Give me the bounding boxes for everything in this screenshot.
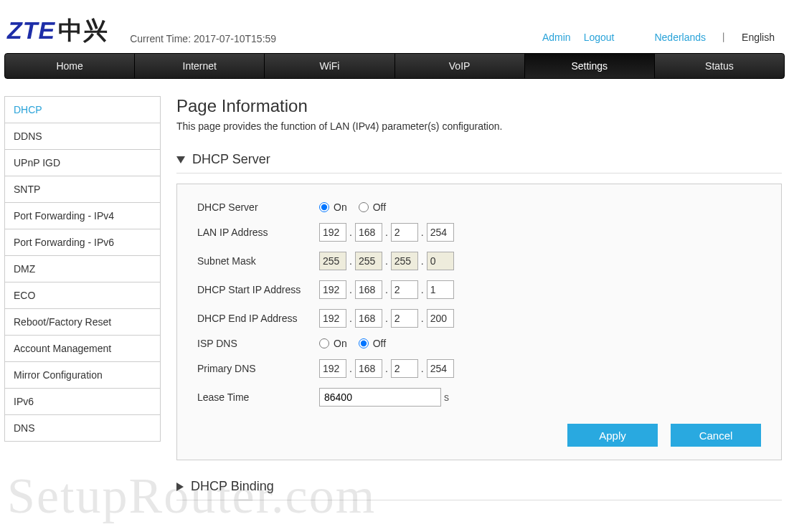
nav-internet[interactable]: Internet [135, 54, 265, 78]
section-dhcp-binding-header[interactable]: DHCP Binding [176, 479, 782, 500]
lan-ip-3[interactable] [391, 223, 418, 242]
sidebar-item-upnp-igd[interactable]: UPnP IGD [5, 150, 160, 176]
start-ip-1[interactable] [319, 280, 346, 299]
primary-dns-2[interactable] [355, 359, 382, 378]
label-start-ip: DHCP Start IP Address [197, 284, 319, 295]
subnet-1[interactable] [319, 252, 346, 270]
label-lease: Lease Time [197, 391, 319, 403]
label-end-ip: DHCP End IP Address [197, 313, 319, 324]
sidebar-item-port-forwarding-ipv4[interactable]: Port Forwarding - IPv4 [5, 203, 160, 229]
primary-dns-1[interactable] [319, 359, 346, 378]
lan-ip-2[interactable] [355, 223, 382, 242]
end-ip-3[interactable] [391, 309, 418, 328]
sidebar-item-port-forwarding-ipv6[interactable]: Port Forwarding - IPv6 [5, 229, 160, 256]
nav-voip[interactable]: VoIP [395, 54, 525, 78]
subnet-2[interactable] [355, 252, 382, 270]
end-ip-2[interactable] [355, 309, 382, 328]
lease-time-input[interactable] [319, 388, 441, 407]
page-description: This page provides the function of LAN (… [176, 120, 782, 132]
label-dhcp-server: DHCP Server [197, 201, 319, 213]
dhcp-server-off-radio[interactable]: Off [359, 201, 386, 213]
sidebar-item-mirror-configuration[interactable]: Mirror Configuration [5, 362, 160, 389]
start-ip-3[interactable] [391, 280, 418, 299]
lan-ip-4[interactable] [427, 223, 454, 242]
end-ip-4[interactable] [427, 309, 454, 328]
admin-link[interactable]: Admin [542, 32, 571, 43]
primary-dns-3[interactable] [391, 359, 418, 378]
sidebar-item-ddns[interactable]: DDNS [5, 123, 160, 150]
sidebar-item-ipv6[interactable]: IPv6 [5, 389, 160, 415]
chevron-down-icon [176, 156, 185, 163]
isp-dns-off-radio[interactable]: Off [359, 338, 386, 349]
sidebar-item-reboot-factory-reset[interactable]: Reboot/Factory Reset [5, 309, 160, 336]
subnet-4[interactable] [427, 252, 454, 270]
nav-status[interactable]: Status [655, 54, 784, 78]
sidebar-item-dhcp[interactable]: DHCP [5, 97, 160, 123]
sidebar-item-eco[interactable]: ECO [5, 282, 160, 309]
brand-logo: ZTE 中兴 [7, 14, 108, 47]
sidebar-item-sntp[interactable]: SNTP [5, 176, 160, 203]
label-subnet: Subnet Mask [197, 255, 319, 267]
dhcp-server-on-radio[interactable]: On [319, 201, 347, 213]
label-primary-dns: Primary DNS [197, 363, 319, 374]
logout-link[interactable]: Logout [584, 32, 615, 43]
nav-wifi[interactable]: WiFi [265, 54, 394, 78]
sidebar-item-account-management[interactable]: Account Management [5, 336, 160, 362]
sidebar: DHCPDDNSUPnP IGDSNTPPort Forwarding - IP… [4, 96, 161, 442]
cancel-button[interactable]: Cancel [671, 424, 761, 447]
section-dhcp-server-header[interactable]: DHCP Server [176, 152, 782, 174]
nav-home[interactable]: Home [5, 54, 135, 78]
lang-english-link[interactable]: English [742, 32, 775, 43]
isp-dns-on-radio[interactable]: On [319, 338, 347, 349]
current-time: Current Time: 2017-07-10T15:59 [130, 33, 276, 47]
end-ip-1[interactable] [319, 309, 346, 328]
subnet-3[interactable] [391, 252, 418, 270]
logo-text-west: ZTE [7, 16, 55, 44]
sidebar-item-dns[interactable]: DNS [5, 415, 160, 441]
label-isp-dns: ISP DNS [197, 338, 319, 349]
lan-ip-1[interactable] [319, 223, 346, 242]
main-nav: HomeInternetWiFiVoIPSettingsStatus [4, 53, 785, 79]
nav-settings[interactable]: Settings [525, 54, 655, 78]
apply-button[interactable]: Apply [567, 424, 658, 447]
lang-nederlands-link[interactable]: Nederlands [654, 32, 706, 43]
sidebar-item-dmz[interactable]: DMZ [5, 256, 160, 282]
start-ip-2[interactable] [355, 280, 382, 299]
chevron-right-icon [176, 483, 184, 491]
lang-separator: 丨 [719, 32, 729, 44]
page-title: Page Information [176, 96, 782, 116]
dhcp-server-panel: DHCP Server On Off LAN IP Address . . . … [176, 184, 782, 460]
primary-dns-4[interactable] [427, 359, 454, 378]
start-ip-4[interactable] [427, 280, 454, 299]
logo-text-cn: 中兴 [58, 14, 108, 47]
label-lan-ip: LAN IP Address [197, 227, 319, 238]
lease-unit: s [444, 391, 449, 403]
